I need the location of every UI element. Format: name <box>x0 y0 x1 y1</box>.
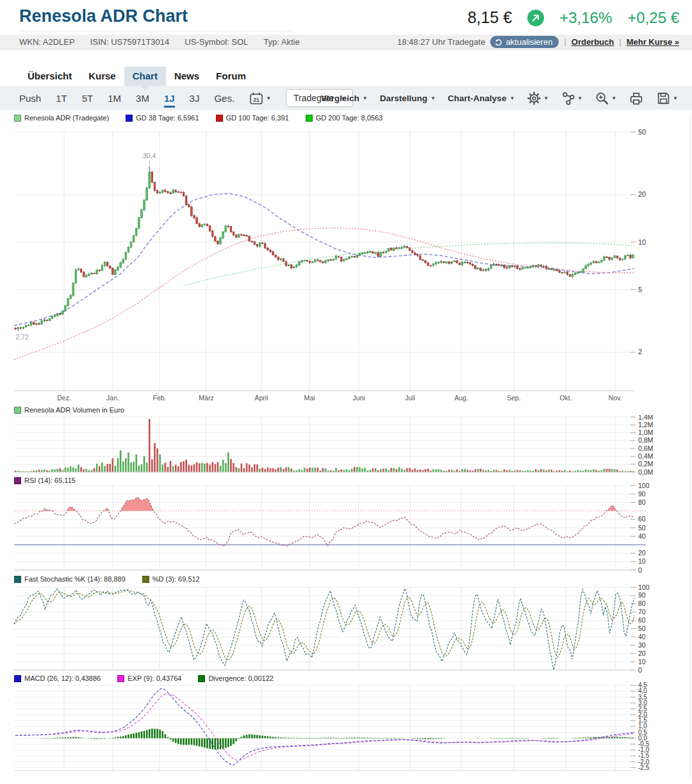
series-swatch <box>126 115 133 122</box>
chevron-down-icon: ▼ <box>543 95 548 101</box>
chevron-down-icon: ▼ <box>266 95 271 101</box>
chevron-down-icon: ▼ <box>363 95 368 101</box>
svg-text:Mai: Mai <box>304 394 315 402</box>
svg-text:20: 20 <box>638 549 646 557</box>
svg-text:0,0M: 0,0M <box>638 468 653 476</box>
svg-text:50: 50 <box>638 128 646 136</box>
range-push[interactable]: Push <box>19 93 41 104</box>
range-5t[interactable]: 5T <box>82 93 94 104</box>
change-percent: +3,16% <box>559 9 612 27</box>
refresh-button[interactable]: aktualisieren <box>490 36 559 48</box>
macd-chart-canvas[interactable]: 4,54,03,53,02,52,01,51,00,50,0-0,5-1,0-1… <box>0 681 692 778</box>
range-1t[interactable]: 1T <box>56 93 67 104</box>
svg-text:100: 100 <box>638 482 650 489</box>
indicators-button[interactable]: ▼ <box>561 91 582 106</box>
print-button[interactable] <box>629 91 644 106</box>
svg-text:80: 80 <box>638 498 646 506</box>
svg-text:Nov.: Nov. <box>609 394 622 402</box>
divider: | <box>619 37 621 47</box>
range-ges[interactable]: Ges. <box>214 93 235 104</box>
svg-text:Juni: Juni <box>352 394 365 402</box>
svg-text:Aug.: Aug. <box>454 394 468 402</box>
rsi-chart-canvas[interactable]: 100908060504020100 <box>0 482 692 573</box>
range-controls: Push 1T 5T 1M 3M 1J 3J Ges. 21 ▼ Tradega… <box>19 86 353 110</box>
printer-icon <box>629 91 644 106</box>
chevron-down-icon: ▼ <box>431 95 436 101</box>
svg-text:0,8M: 0,8M <box>638 436 653 444</box>
legend-item: GD 100 Tage: 6,391 <box>216 114 289 122</box>
svg-text:20: 20 <box>638 649 646 657</box>
legend-item: %D (3): 69,512 <box>142 575 200 583</box>
zoom-button[interactable]: ▼ <box>595 91 616 106</box>
chevron-down-icon: ▼ <box>673 95 678 101</box>
svg-text:20: 20 <box>638 190 646 198</box>
tab-chart[interactable]: Chart <box>124 67 166 86</box>
legend-item: Renesola ADR (Tradegate) <box>14 114 109 122</box>
tab-news[interactable]: News <box>166 67 208 86</box>
series-swatch <box>306 115 313 122</box>
svg-text:70: 70 <box>638 608 646 616</box>
series-swatch <box>14 407 21 414</box>
svg-text:1,4M: 1,4M <box>638 415 653 421</box>
svg-text:Dez.: Dez. <box>57 394 71 402</box>
chart-analyse-menu[interactable]: Chart-Analyse▼ <box>448 94 515 103</box>
svg-text:Okt.: Okt. <box>559 394 572 402</box>
refresh-icon <box>495 38 502 46</box>
price-chart-canvas[interactable]: 50201052Dez.Jan.Feb.MärzAprilMaiJuniJuli… <box>0 125 692 407</box>
share-nodes-icon <box>561 91 575 106</box>
svg-text:2,72: 2,72 <box>15 333 29 341</box>
svg-text:1,0M: 1,0M <box>638 429 653 436</box>
change-absolute: +0,25 € <box>627 9 679 27</box>
svg-text:50: 50 <box>638 625 646 632</box>
svg-text:0: 0 <box>638 566 642 574</box>
legend-item: Renesola ADR Volumen in Euro <box>14 406 124 414</box>
tab-kurse[interactable]: Kurse <box>80 67 124 86</box>
price-row: 8,15 € +3,16% +0,25 € <box>468 8 679 27</box>
zoom-in-icon <box>595 91 609 106</box>
svg-text:Jan.: Jan. <box>106 394 119 402</box>
mehr-kurse-link[interactable]: Mehr Kurse » <box>627 37 679 47</box>
svg-text:21: 21 <box>253 96 260 102</box>
series-swatch <box>216 115 223 122</box>
svg-text:1,2M: 1,2M <box>638 421 653 429</box>
legend-item: GD 200 Tage: 8,0563 <box>306 114 383 122</box>
calendar-button[interactable]: 21 ▼ <box>249 92 271 105</box>
settings-button[interactable]: ▼ <box>527 91 548 106</box>
svg-text:-2,5: -2,5 <box>638 764 650 771</box>
save-button[interactable]: ▼ <box>656 91 678 106</box>
svg-text:90: 90 <box>638 490 646 498</box>
svg-text:50: 50 <box>638 524 646 532</box>
chart-tools: Vergleich▼ Darstellung▼ Chart-Analyse▼ <box>321 86 678 110</box>
up-right-arrow-icon <box>527 10 544 26</box>
legend-item: GD 38 Tage: 6,5961 <box>126 114 199 122</box>
page: Renesola ADR Chart 8,15 € +3,16% +0,25 €… <box>0 0 692 784</box>
legend-item: Fast Stochastic %K (14): 88,889 <box>14 575 126 583</box>
chevron-down-icon: ▼ <box>509 95 515 101</box>
info-bar: WKN: A2DLEP ISIN: US75971T3014 US-Symbol… <box>0 35 692 50</box>
orderbuch-link[interactable]: Orderbuch <box>572 37 614 47</box>
gear-icon <box>527 91 541 106</box>
svg-text:40: 40 <box>638 532 646 540</box>
svg-text:0: 0 <box>638 666 642 674</box>
section-tabs: Übersicht Kurse Chart News Forum <box>19 67 254 86</box>
calendar-icon: 21 <box>249 92 263 105</box>
wkn-label: WKN: A2DLEP <box>19 37 75 47</box>
isin-label: ISIN: US75971T3014 <box>90 37 170 47</box>
svg-text:40: 40 <box>638 633 646 641</box>
range-1m[interactable]: 1M <box>108 93 121 104</box>
tab-uebersicht[interactable]: Übersicht <box>19 67 80 86</box>
tab-forum[interactable]: Forum <box>208 67 254 86</box>
svg-text:Feb.: Feb. <box>152 394 166 402</box>
range-1j[interactable]: 1J <box>164 93 175 104</box>
current-price: 8,15 € <box>468 8 513 27</box>
range-3j[interactable]: 3J <box>190 93 200 104</box>
chevron-down-icon: ▼ <box>577 95 582 101</box>
volume-chart-canvas[interactable]: 1,4M1,2M1,0M0,8M0,6M0,4M0,2M0,0M <box>0 415 692 479</box>
svg-text:100: 100 <box>638 584 650 591</box>
vergleich-menu[interactable]: Vergleich▼ <box>321 94 368 103</box>
svg-text:30,4: 30,4 <box>143 152 156 159</box>
darstellung-menu[interactable]: Darstellung▼ <box>380 94 436 103</box>
stochastic-legend: Fast Stochastic %K (14): 88,889 %D (3): … <box>14 575 200 583</box>
svg-text:10: 10 <box>638 238 646 246</box>
stochastic-chart-canvas[interactable]: 1009080706050403020100 <box>0 583 692 674</box>
